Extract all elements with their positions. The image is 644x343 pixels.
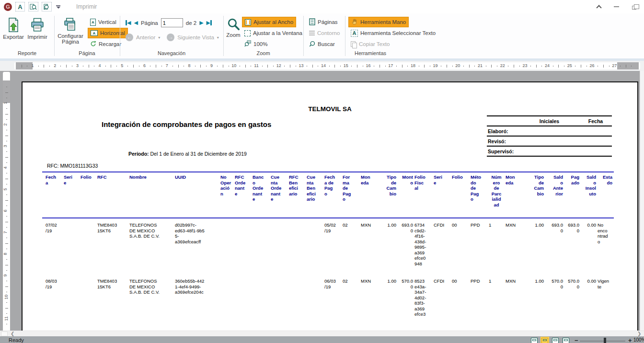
previous-view-caret-icon[interactable]: ▾ (158, 35, 160, 40)
search-button[interactable]: Buscar (307, 39, 337, 49)
page-setup-icon (56, 17, 85, 33)
table-cell: 07/02 /19 (42, 218, 64, 274)
table-cell: 570.0 0 (398, 274, 414, 317)
table-cell: 1.00 (382, 218, 398, 274)
table-cell: 360eb55b-442 1-4ef4-9499- a369efce204c (175, 274, 220, 317)
select-text-tool-button[interactable]: A Herramienta Seleccionar Texto (348, 28, 438, 38)
orientation-vertical-button[interactable]: A Vertical (88, 17, 119, 27)
outline-button[interactable]: Contorno (307, 28, 342, 38)
view-page-layout-icon[interactable] (541, 338, 548, 343)
table-cell (289, 274, 307, 317)
signoff-row-superviso: Supervisó: (487, 149, 514, 154)
view-multi-page-icon[interactable] (563, 338, 569, 343)
window-title: Imprimir (76, 3, 97, 10)
table-cell: TELEFONOS DE MEXICO S.A.B. DE C.V. (129, 218, 175, 274)
table-cell: 0.00 (581, 274, 598, 317)
restore-window-icon[interactable] (632, 6, 636, 10)
document-viewport[interactable]: 1234567891011 TELMOVIL SA Integración de… (0, 71, 644, 331)
select-text-quick-icon[interactable]: A (15, 2, 25, 11)
column-header: Tipo de Cam bio (382, 172, 398, 218)
next-view-caret-icon[interactable]: ▾ (217, 35, 219, 40)
signoff-header-fecha: Fecha (579, 118, 612, 124)
select-text-label: Herramienta Seleccionar Texto (360, 30, 436, 36)
column-header: Fech a de Pag o (324, 172, 343, 218)
fit-window-button[interactable]: Ajustar a la Ventana (242, 28, 305, 38)
hand-tool-button[interactable]: Herramienta Mano (348, 17, 409, 27)
previous-page-button[interactable]: ◀ (134, 20, 138, 25)
reload-button[interactable]: Recargar (88, 39, 124, 49)
table-row: 07/02 /19TME8403 15KT6TELEFONOS DE MEXIC… (42, 218, 614, 274)
page-number-input[interactable] (161, 18, 183, 27)
table-cell (271, 218, 289, 274)
next-view-button[interactable]: Siguiente Vista (177, 34, 214, 40)
previous-view-button[interactable]: Anterior (136, 34, 155, 40)
view-normal-icon[interactable] (531, 338, 538, 343)
toolbar-overflow-icon[interactable] (56, 5, 60, 9)
zoom-label: Zoom (226, 32, 240, 38)
table-cell (253, 274, 271, 317)
table-header-row: Fech aSeri eFolioRFCNombreUUIDNo Oper ac… (42, 172, 614, 218)
print-icon (26, 17, 49, 34)
column-header: UUID (175, 172, 220, 218)
zoom-slider[interactable] (580, 341, 625, 342)
table-cell: Vigen te (598, 274, 614, 317)
column-header: Núm ero de Parc ialid ad (489, 172, 506, 218)
fit-window-icon (244, 30, 251, 36)
rfc-line: RFC: MMO181113G33 (47, 163, 98, 169)
collapse-ribbon-icon[interactable] (596, 5, 601, 10)
fit-width-button[interactable]: Ajustar al Ancho (242, 17, 296, 27)
search-icon (309, 41, 315, 48)
pages-icon (309, 18, 315, 26)
view-two-pages-icon[interactable] (552, 338, 559, 343)
period-line: Período: Del 1 de Enero al 31 de Diciemb… (128, 151, 247, 157)
minimize-icon[interactable] (614, 6, 619, 7)
zoom-search-icon[interactable] (42, 2, 52, 11)
table-cell: TME8403 15KT6 (97, 218, 129, 274)
table-cell: 0.00 (581, 218, 598, 274)
page-label: Página (141, 20, 158, 26)
ribbon: Exportar Imprimir Reporte Configurar Pág… (0, 13, 644, 58)
zoom-out-icon[interactable]: − (575, 337, 578, 343)
fit-window-label: Ajustar a la Ventana (253, 30, 302, 36)
report-title: Integración de comprobantes de pagos en … (102, 120, 271, 128)
pages-view-button[interactable]: Páginas (307, 17, 340, 27)
column-header: Mon eda (361, 172, 382, 218)
copy-text-button[interactable]: Copiar Texto (348, 39, 392, 49)
zoom-100-button[interactable]: 100 100% (242, 39, 270, 49)
table-cell: 06/03 /19 (324, 274, 343, 317)
column-header: No Oper ació n (220, 172, 235, 218)
company-name: TELMOVIL SA (23, 105, 637, 113)
zoom-slider-handle[interactable] (604, 338, 606, 343)
horizontal-scrollbar[interactable]: ❮ ❯ (0, 331, 644, 336)
page-setup-button[interactable]: Configurar Página (56, 16, 85, 50)
first-page-button[interactable]: ◀ (126, 20, 131, 25)
column-header: Sald o Insol uto (581, 172, 598, 218)
refresh-icon (90, 41, 96, 48)
zoom-100-icon: 100 (244, 40, 251, 48)
zoom-button[interactable]: Zoom (223, 16, 243, 50)
orientation-horizontal-button[interactable]: A Horizontal (88, 28, 128, 38)
table-cell: 08/03 /19 (42, 274, 64, 317)
table-cell: 8523 e43a- 34a7- 4d02- 83f3- a369 efce3 (414, 274, 434, 317)
next-page-button[interactable]: ▶ (199, 20, 203, 25)
table-cell: 1.00 (382, 274, 398, 317)
export-button[interactable]: Exportar (2, 16, 25, 50)
quick-access-toolbar: G A Imprimir (4, 0, 97, 13)
zoom-in-icon[interactable]: + (628, 337, 632, 343)
vertical-scrollbar[interactable] (640, 71, 644, 331)
period-value: Del 1 de Enero al 31 de Diciembre de 201… (149, 151, 247, 157)
zoom-100-label: 100% (253, 41, 267, 47)
column-header: Nombre (129, 172, 175, 218)
print-button[interactable]: Imprimir (26, 16, 49, 50)
zoom-document-icon[interactable] (28, 2, 38, 11)
last-page-button[interactable]: ▶ (207, 20, 212, 25)
page-setup-label: Configurar Página (58, 33, 83, 45)
table-cell: No enco ntrad o (598, 218, 614, 274)
group-label-navegacion: Navegación (120, 50, 223, 56)
column-header: Seri e (64, 172, 80, 218)
group-label-pagina: Página (54, 50, 120, 56)
table-cell: 02 (343, 274, 361, 317)
column-header: Mon eda (506, 172, 529, 218)
column-header: Cue nta Ben efici ario (307, 172, 324, 218)
column-header: RFC (97, 172, 129, 218)
